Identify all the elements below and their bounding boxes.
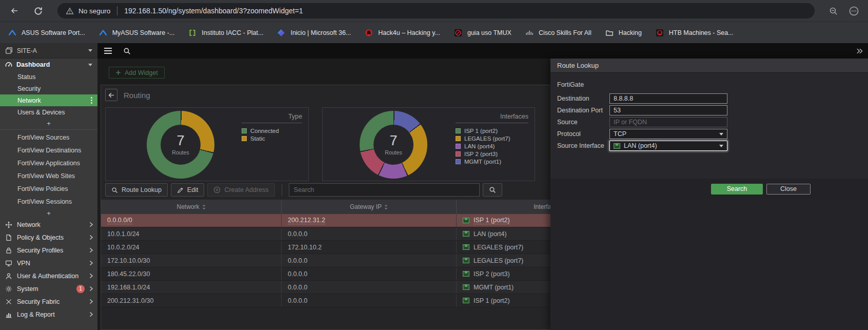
gateway-cell: 0.0.0.0 [282, 281, 457, 294]
bookmark[interactable]: Instituto IACC - Plat... [188, 29, 263, 37]
fortiview-group: FortiView Sources FortiView Destinations… [0, 131, 97, 208]
bookmark[interactable]: Inicio | Microsoft 36... [277, 29, 351, 37]
item-menu-dots-icon[interactable] [91, 100, 92, 101]
column-header-network[interactable]: Network [101, 200, 282, 214]
legend-swatch [242, 136, 247, 141]
route-lookup-button[interactable]: Route Lookup [105, 183, 168, 197]
sidebar-menu-item[interactable]: Log & Report [0, 308, 97, 321]
sidebar-menu: Network Policy & Objects Security Pr [0, 218, 97, 321]
sidebar-item-dashboard[interactable]: Dashboard [0, 59, 97, 71]
sidebar-item[interactable]: Status [0, 71, 97, 83]
notification-badge: 1 [76, 285, 85, 293]
bookmark[interactable]: ASUS Software Port... [8, 29, 85, 37]
sidebar-menu-item[interactable]: Security Fabric [0, 295, 97, 308]
table-search-button[interactable] [483, 183, 502, 197]
legend-item: Connected [242, 127, 302, 134]
fortigate-label: FortiGate [557, 81, 609, 88]
table-search-input[interactable] [289, 183, 480, 197]
add-fortiview-button[interactable]: + [0, 208, 97, 218]
type-donut-chart[interactable]: 7 Routes [147, 111, 214, 179]
add-widget-button[interactable]: Add Widget [109, 67, 165, 79]
bookmark-label: ASUS Software Port... [22, 29, 85, 36]
bookmark[interactable]: Hacking [605, 29, 642, 37]
dashboard-submenu: Status Security Network Users & [0, 71, 97, 118]
back-button[interactable] [105, 89, 117, 101]
bookmark-label: Cisco Skills For All [539, 29, 591, 36]
port-icon [463, 284, 469, 290]
sidebar-item-fortiview[interactable]: FortiView Sessions [0, 195, 97, 208]
sidebar-menu-item[interactable]: Security Profiles [0, 244, 97, 257]
back-icon[interactable] [7, 4, 22, 18]
legend-swatch [456, 151, 461, 157]
gateway-cell: 200.212.31.2 [282, 214, 457, 227]
security-label[interactable]: No seguro [78, 7, 110, 15]
bookmark-favicon [454, 29, 463, 37]
sidebar-item-label: Status [17, 73, 35, 81]
bookmark-label: Hack4u – Hacking y... [378, 29, 440, 36]
bookmark[interactable]: guia uso TMUX [454, 29, 511, 37]
sidebar-menu-icon [5, 247, 12, 254]
lookup-search-button[interactable]: Search [711, 184, 763, 195]
global-search-icon[interactable] [123, 47, 131, 55]
bookmark-favicon [525, 29, 535, 37]
sidebar-divider [0, 129, 97, 130]
column-header-gateway[interactable]: Gateway IP [282, 200, 457, 214]
donut-center: 7 Routes [373, 125, 413, 165]
collapse-panel-icon[interactable] [856, 48, 863, 54]
network-cell: 172.10.10.0/30 [101, 254, 282, 267]
not-secure-warning-icon[interactable] [66, 7, 74, 15]
sidebar-menu-icon [5, 273, 12, 280]
destination-input[interactable] [609, 93, 727, 104]
create-address-button[interactable]: Create Address [207, 183, 274, 197]
bookmark[interactable]: Hack4u – Hacking y... [365, 29, 440, 37]
sidebar-menu-item[interactable]: VPN [0, 257, 97, 269]
sidebar-item[interactable]: Network [0, 94, 97, 106]
sidebar-menu-item[interactable]: System 1 [0, 282, 97, 295]
reload-icon[interactable] [31, 4, 45, 18]
source-interface-select[interactable]: LAN (port4) [609, 141, 727, 151]
sidebar-menu-icon [5, 298, 12, 305]
sidebar-item-fortiview[interactable]: FortiView Policies [0, 182, 97, 195]
browser-toolbar: No seguro 192.168.1.50/ng/system/dashboa… [0, 0, 868, 22]
sidebar-item[interactable]: Security [0, 83, 97, 94]
gateway-cell: 0.0.0.0 [282, 267, 457, 280]
bookmark[interactable]: Cisco Skills For All [525, 29, 591, 37]
dashboard-area: Add Widget Routing 7 [97, 59, 868, 330]
sidebar-item-fortiview[interactable]: FortiView Applications [0, 157, 97, 169]
legend-label: ISP 2 (port3) [464, 151, 498, 157]
vdom-selector[interactable]: SITE-A [0, 43, 97, 59]
destination-port-input[interactable] [609, 105, 727, 115]
sidebar-item-fortiview[interactable]: FortiView Destinations [0, 144, 97, 157]
chevron-down-icon [88, 49, 92, 52]
main-content: Add Widget Routing 7 [97, 43, 868, 330]
zoom-out-icon[interactable] [826, 4, 840, 18]
protocol-select[interactable]: TCP [609, 129, 727, 139]
close-button[interactable]: Close [766, 184, 811, 195]
address-bar[interactable]: No seguro 192.168.1.50/ng/system/dashboa… [57, 3, 815, 18]
bookmark[interactable]: HTB Machines - Sea... [656, 29, 734, 37]
menu-icon[interactable] [104, 48, 112, 54]
edit-button[interactable]: Edit [171, 183, 205, 197]
bookmark-label: Hacking [619, 29, 642, 36]
url-text[interactable]: 192.168.1.50/ng/system/dashboard/3?zoome… [124, 7, 303, 15]
sidebar-menu-item[interactable]: Policy & Objects [0, 231, 97, 244]
sidebar-menu-item[interactable]: User & Authentication [0, 269, 97, 282]
dashboard-label: Dashboard [16, 61, 50, 68]
fortigate-topbar [97, 43, 868, 59]
source-input[interactable] [609, 117, 727, 127]
destination-port-label: Destination Port [557, 107, 609, 114]
port-icon [463, 271, 469, 277]
sidebar: SITE-A Dashboard Status Security [0, 43, 97, 330]
bookmark[interactable]: MyASUS Software -... [99, 29, 175, 37]
sidebar-menu-item[interactable]: Network [0, 218, 97, 231]
gateway-cell: 0.0.0.0 [282, 254, 457, 267]
legend-swatch [456, 159, 461, 164]
sidebar-item-fortiview[interactable]: FortiView Web Sites [0, 169, 97, 182]
sidebar-item-fortiview[interactable]: FortiView Sources [0, 131, 97, 144]
sidebar-menu-icon [5, 311, 12, 318]
type-legend: Type Connected [242, 113, 302, 142]
more-options-icon[interactable] [846, 4, 861, 18]
interfaces-donut-chart[interactable]: 7 Routes [360, 111, 427, 179]
sidebar-item[interactable]: Users & Devices [0, 106, 97, 118]
add-dashboard-button[interactable]: + [0, 118, 97, 128]
